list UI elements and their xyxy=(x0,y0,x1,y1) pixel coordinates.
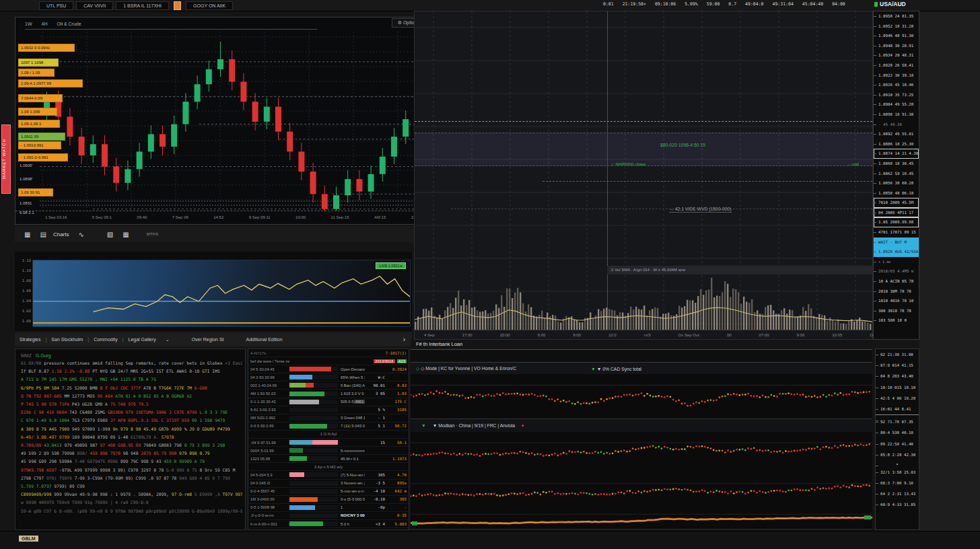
news-line[interactable]: E19b C 98 419 0604 743 C6400 25MG GB19EN… xyxy=(21,408,242,416)
news-line[interactable]: C8999A99/999 999 99van 49-9-98 998 : 1 9… xyxy=(21,490,242,499)
sparkline[interactable] xyxy=(411,432,872,476)
macro-chart-panel[interactable]: $80-020 1098-4:50 19 ✓ WARNING chase → m… xyxy=(414,11,873,340)
order-price-tag[interactable]: 1.0891 xyxy=(18,200,48,206)
time-row[interactable]: 60:3 7:06 9.10 xyxy=(876,478,919,488)
sparkline[interactable] xyxy=(411,374,872,419)
ladder-row[interactable]: 103 508 18 0 xyxy=(874,316,919,326)
spark-section2-label[interactable]: ▼ Modkan · China | 9/19 | FRC | Anviola xyxy=(433,423,515,428)
news-line[interactable]: 979K9.798 A597 -979L A99 97999 9998 3 99… xyxy=(21,466,242,474)
timeframe-label[interactable]: 1W xyxy=(25,22,32,26)
stats-row[interactable]: 0-5 1-5008 981-0p- xyxy=(248,504,409,512)
news-line[interactable]: 8.709/09 43.0413 979 49899 987 97 498 G9… xyxy=(21,441,242,449)
stats-row[interactable]: 1M 3-0400 000-s (5-3 000 00-n-0.10305 xyxy=(248,496,409,504)
time-row[interactable]: 60:9 4:33 31.85 xyxy=(876,499,919,510)
timeframe-label[interactable]: Oil & Crude xyxy=(57,22,81,26)
ladder-row[interactable]: 1.0850 48 06.18 xyxy=(874,188,919,198)
stats-row[interactable]: 0-1 1-20.30.43505 0-54501175 C xyxy=(248,398,409,406)
time-row[interactable]: 92 71.78 07.35 xyxy=(876,416,919,427)
panel-icon[interactable]: ▦ xyxy=(123,231,129,238)
ladder-row[interactable]: 2010/03 4.4M5 m xyxy=(874,266,919,277)
order-price-tag[interactable]: 1.0905' xyxy=(18,163,48,168)
order-price-tag[interactable]: 1.09-1.09 1 xyxy=(18,120,60,128)
ladder-row[interactable]: 1010 4016 78 10 xyxy=(874,296,919,306)
stats-row[interactable]: ,0-y-0-0-w-rmNO/CNY 3 000 () P-A 4 40-35 xyxy=(248,512,409,520)
ladder-row[interactable]: 1.0904 49 55.28 xyxy=(874,100,919,110)
stats-row[interactable]: 04 5-004 5.3(7) 5-Nov-wn 0-n 53054.70 xyxy=(248,471,409,479)
stats-row[interactable]: 04 0-045 /03 Novem-wn Ja-n 5m-mm-n-3 589… xyxy=(248,480,409,488)
time-row[interactable]: 02 21:30 31.00 xyxy=(876,349,919,360)
time-row[interactable]: ▴ xyxy=(876,460,919,467)
ladder-row[interactable]: 1.0940 30 28.91 xyxy=(874,41,919,51)
stats-row[interactable]: h-m A-00-n 0015 0 h<3 45.003 xyxy=(248,520,409,528)
stats-row[interactable]: 4M 1-50.50.031 615 3.0 V 0 =3 051.03 xyxy=(248,390,409,398)
ladder-row[interactable]: 1.0934 20 48.31 xyxy=(874,50,919,61)
stats-row[interactable]: 04 3-50.30.9965% When 5 1 1W-C xyxy=(248,373,409,381)
grid-view-icon[interactable]: ▦ xyxy=(24,231,30,238)
order-price-tag[interactable]: - 1.091.0-9.991 xyxy=(18,153,68,161)
ladder-row[interactable]: + 1 dw xyxy=(874,257,919,267)
stats-row[interactable]: 04 5-30.04.45Open Demand +0.110.3924 xyxy=(248,365,409,373)
time-row[interactable]: 89 22:58 41.40 xyxy=(876,439,919,449)
stats-row[interactable]: 0-6 5-50.0.997 (11) 5-043 0- 55 150.72 xyxy=(248,423,409,431)
breadcrumb-item[interactable]: San Stockholm xyxy=(51,337,83,342)
ladder-row[interactable]: 1.0920 AUG 42/55A xyxy=(874,247,919,257)
time-row[interactable]: 32/1 3:58 25.03 xyxy=(876,467,919,478)
sparkline[interactable] xyxy=(411,509,872,529)
order-price-tag[interactable]: 1.0911 99 xyxy=(18,133,65,141)
news-line[interactable]: w 9998 4099T9 T99v9 T999 91g 79999 | 4 r… xyxy=(21,499,242,507)
order-price-tag[interactable]: 7.0944-0.99 xyxy=(18,94,63,102)
news-line[interactable]: Q 7N T92 807-685 MM 12773 MOS 95 A64 A7N… xyxy=(21,392,242,400)
ladder-row[interactable]: 10 A ACIN 05 78 xyxy=(874,277,919,287)
order-price-tag[interactable]: 1.0898' xyxy=(18,176,48,182)
ladder-row[interactable]: 1.0868 18 30.45 xyxy=(874,159,919,169)
top-tab[interactable]: 1 BSRA IL 117XHI xyxy=(116,1,169,10)
order-price-tag[interactable]: 1.09 1.099 xyxy=(18,108,57,116)
stats-row[interactable]: 003 1-40.04.995 Ban (S40) A 990.018.03 xyxy=(248,381,409,390)
ladder-row[interactable]: 1.0946 48 91.30 xyxy=(874,31,919,41)
time-row[interactable]: 16:01 44 8.41 xyxy=(876,404,919,414)
ladder-row[interactable]: 7010 2009 45.5M xyxy=(874,198,919,208)
dropdown-caret-icon[interactable]: ⌄ xyxy=(166,337,170,342)
stats-row[interactable]: -04 5-97.51.991558.1 xyxy=(248,439,409,447)
breadcrumb-action[interactable]: Over Region St xyxy=(192,337,224,342)
list-icon[interactable]: ▧ xyxy=(107,231,113,238)
caret-down-icon[interactable]: ▾ xyxy=(522,423,524,428)
stats-row[interactable]: 1323 05.9845-M-r 0.11.1973 xyxy=(248,455,409,463)
ladder-row[interactable]: 1.0892 49 55.01 xyxy=(874,129,919,139)
breadcrumb-item[interactable]: Strategies xyxy=(20,337,41,342)
ladder-row[interactable]: 1.0952 18 31.28 xyxy=(874,22,919,32)
spark-header-right[interactable]: ▼ 0% CAD Sync total xyxy=(597,367,641,371)
status-badge[interactable]: GBLM xyxy=(19,536,38,542)
stats-row[interactable]: 0-0 4-5507.455-nov-wn-o-n 005-4 10642 m xyxy=(248,488,409,496)
time-ladder[interactable]: 02 21:30 31.0007:9 014 41.1504 8 203 43.… xyxy=(875,349,919,530)
news-line[interactable]: P 745 5 98 578 71PA P43 UG28 GM0 A 75 74… xyxy=(21,400,242,408)
market-stats-panel[interactable]: A-NY17s7-1017(1)bef dw wore / 7erse vwyw… xyxy=(248,349,409,530)
order-price-tag[interactable]: 1.09 30 91 xyxy=(18,188,53,196)
time-row[interactable]: 07:9 014 41.15 xyxy=(876,360,919,371)
spark-header-left[interactable]: ◇ Mode | KC for Yvonne | VO Home & Enron… xyxy=(421,366,516,371)
price-ladder[interactable]: 1.0958 24 81.351.0952 18 31.281.0946 48 … xyxy=(873,11,919,340)
news-line[interactable]: 2798 C797 979) T99Y9 7-99 3-C99A (T9-99M… xyxy=(21,474,242,482)
time-row[interactable]: 80:4 530 40.10 xyxy=(876,427,919,438)
news-line[interactable]: 49 599 2 89 598 79998 098/ 459 898 7978 … xyxy=(21,449,242,458)
ladder-row[interactable]: 1.0958 24 81.35 xyxy=(874,11,919,22)
ladder-row[interactable]: 1.0862 59 18.45 xyxy=(874,169,919,179)
breadcrumb-item[interactable]: Commodity xyxy=(94,337,117,342)
news-line[interactable]: 5.799 7.0797 9799) 89 C99 xyxy=(21,482,242,490)
top-tab[interactable]: CAV VIIVII xyxy=(76,1,113,10)
time-row[interactable]: 10:10 015 18.10 xyxy=(876,382,919,393)
line-chart-plot[interactable]: LIVE 1.0921 ▸ xyxy=(32,260,411,327)
news-line[interactable]: A 715 b 7M 245 17M GMS 55270 , MNI +94 1… xyxy=(21,375,242,383)
breadcrumb-action[interactable]: Additional Edition xyxy=(246,337,283,342)
stats-row[interactable]: 000X 5-01.995-mmmmmmm 1 xyxy=(248,447,409,455)
ladder-row[interactable]: - 45 49.30 xyxy=(874,120,919,130)
news-line[interactable]: b-49/ 3.0B.497 9799 109 90048 8799 09 1-… xyxy=(21,433,242,441)
order-price-tag[interactable]: 1.09 / 1.09 xyxy=(18,69,55,77)
news-journal-panel[interactable]: MMZ G.Gurg 61 OX/08 pressure continues a… xyxy=(15,349,246,530)
news-line[interactable]: 61 OX/08 pressure continues amid falling… xyxy=(21,359,242,367)
rows-view-icon[interactable]: ▤ xyxy=(40,231,46,238)
ladder-row[interactable]: 300 3018 78 78 xyxy=(874,306,919,316)
charts-label[interactable]: Charts xyxy=(53,231,69,237)
news-line[interactable]: 59-m g99 C97 b 0-n99. (p99 99-n9 8 9 979… xyxy=(21,507,242,515)
time-row[interactable]: 42:5 4 06 19.20 xyxy=(876,393,919,404)
